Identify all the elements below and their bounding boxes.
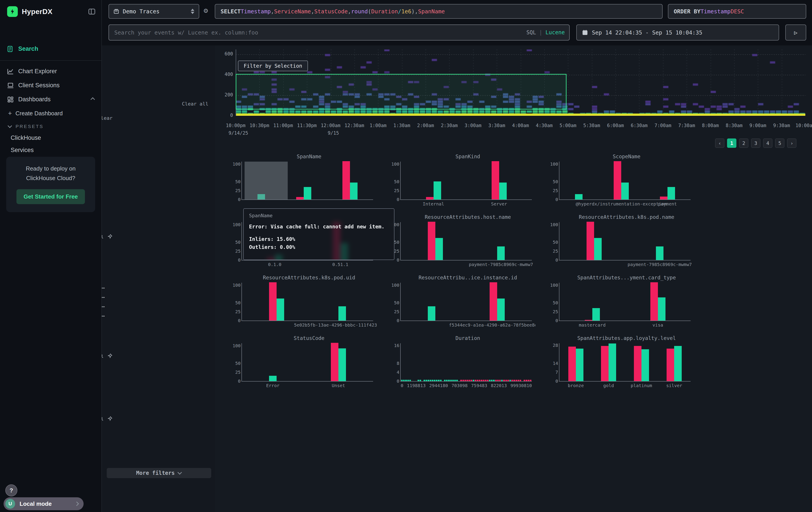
sidebar-collapse-icon[interactable] — [88, 9, 95, 15]
search-input[interactable] — [109, 29, 569, 36]
heatmap-x-tick: 3:00am — [465, 123, 482, 128]
sidebar-item-chart-explorer[interactable]: Chart Explorer — [0, 64, 102, 78]
chart-y-tick: 50 — [235, 179, 240, 184]
chevron-down-icon — [7, 124, 12, 128]
chart-x-tick: 1198813 — [407, 383, 426, 388]
filters-panel — [102, 46, 215, 512]
chevron-up-icon — [90, 97, 95, 102]
pin-icon[interactable] — [108, 353, 113, 359]
sidebar-item-clickhouse[interactable]: ClickHouse — [0, 132, 102, 144]
create-dashboard-button[interactable]: + Create Dashboard — [0, 106, 102, 120]
pagination-page-2[interactable]: 2 — [739, 138, 748, 148]
pagination-page-4[interactable]: 4 — [763, 138, 773, 148]
pagination-page-5[interactable]: 5 — [775, 138, 784, 148]
chart-y-tick: 0 — [555, 318, 558, 323]
inlier-bar — [304, 187, 311, 199]
source-select[interactable]: Demo Traces — [109, 4, 199, 19]
heatmap-x-tick: 1:30am — [393, 123, 410, 128]
heatmap-x-tick: 10:00pm — [226, 123, 246, 128]
sql-token: Duration — [371, 8, 398, 15]
inlier-bar — [667, 187, 675, 199]
source-select-value: Demo Traces — [123, 8, 160, 15]
mini-chart-resourceattributes-host-name: ResourceAttributes.host.name10050250paym… — [389, 214, 535, 273]
heatmap-x-tick: 12:00am — [321, 123, 341, 128]
clear-all-button[interactable]: Clear all — [182, 101, 208, 107]
chart-y-tick: 7 — [555, 370, 558, 375]
bar-group-label: 0.51.1 — [332, 262, 348, 267]
lang-sql-toggle[interactable]: SQL — [526, 29, 536, 36]
heatmap-x-tick: 8:30am — [726, 123, 743, 128]
help-button[interactable]: ? — [5, 484, 17, 496]
local-mode-menu[interactable]: U Local mode — [4, 497, 84, 510]
date-range-picker[interactable]: Sep 14 22:04:35 - Sep 15 10:04:35 — [576, 25, 779, 41]
chart-y-tick: 100 — [233, 343, 240, 348]
heatmap-x-tick: 7:30am — [678, 123, 695, 128]
bar-group: gold — [601, 344, 616, 381]
more-filters-button[interactable]: More filters — [107, 468, 211, 478]
inlier-bar — [609, 344, 616, 381]
heatmap-y-tick: 400 — [217, 72, 233, 77]
sql-select-input[interactable]: SELECT Timestamp, ServiceName, StatusCod… — [215, 4, 663, 19]
chart-y-tick: 100 — [233, 222, 240, 227]
run-query-button[interactable]: ▷ — [785, 25, 806, 41]
heatmap-selection-region[interactable] — [236, 74, 567, 110]
pagination-page-1[interactable]: 1 — [727, 138, 736, 148]
chart-y-tick: 100 — [550, 222, 558, 227]
sidebar-item-dashboards[interactable]: Dashboards — [0, 92, 102, 106]
chart-y-tick: 100 — [550, 282, 558, 288]
chart-y-tick: 25 — [394, 188, 399, 193]
heatmap-x-tick: 2:00am — [417, 123, 434, 128]
chart-y-tick: 50 — [553, 240, 558, 245]
chart-plot-area: 281470bronzegoldplatinumsilver — [559, 343, 691, 381]
sidebar: HyperDX Search Chart Explorer Client Ses… — [0, 0, 102, 512]
mini-chart-duration: Duration16840011988132944180703098759483… — [389, 335, 535, 394]
sql-token: SpanName — [418, 8, 445, 15]
chart-y-tick: 100 — [391, 282, 399, 288]
sql-orderby-input[interactable]: ORDER BY Timestamp DESC — [668, 4, 806, 19]
gear-icon[interactable]: ⚙ — [204, 6, 208, 15]
bar-group-label: @hyperdx/instrumentation-exception — [576, 201, 667, 207]
pagination-next-button[interactable]: › — [787, 138, 796, 148]
chart-y-tick: 25 — [553, 309, 558, 314]
filter-by-selection-button[interactable]: Filter by Selection — [238, 60, 308, 71]
chart-y-tick: 0 — [397, 257, 399, 263]
bar-group — [575, 194, 583, 199]
presets-toggle[interactable]: PRESETS — [0, 120, 102, 132]
pagination-prev-button[interactable]: ‹ — [715, 138, 724, 148]
sql-token: 1e6 — [401, 8, 411, 15]
bar-group-label: payment-7985c8969c-mwmw7 — [469, 262, 533, 267]
outlier-bar — [428, 222, 435, 260]
pin-icon[interactable] — [108, 234, 113, 240]
sidebar-item-client-sessions[interactable]: Client Sessions — [0, 78, 102, 92]
bar-group: @hyperdx/instrumentation-exception — [614, 161, 629, 199]
bar-group — [342, 161, 357, 199]
inlier-bar — [641, 349, 649, 381]
heatmap-x-tick: 5:30am — [583, 123, 600, 128]
chart-title: ResourceAttribu..ice.instance.id — [400, 275, 535, 282]
heatmap-x-tick: 12:30am — [344, 123, 364, 128]
heatmap-x-tick: 8:00am — [702, 123, 719, 128]
lang-lucene-toggle[interactable]: Lucene — [545, 29, 565, 36]
chart-y-tick: 0 — [397, 197, 399, 202]
pin-icon[interactable] — [108, 416, 113, 422]
bar-group: payment-7985c8969c-mwmw7 — [497, 246, 505, 260]
chart-y-tick: 25 — [235, 309, 240, 314]
chart-y-tick: 0 — [238, 197, 240, 202]
sidebar-item-services[interactable]: Services — [0, 144, 102, 156]
sidebar-item-search[interactable]: Search — [0, 42, 102, 56]
chart-y-tick: 0 — [397, 318, 399, 323]
sql-token: , — [415, 8, 418, 15]
pagination-page-3[interactable]: 3 — [751, 138, 760, 148]
heatmap-y-tick: 600 — [217, 51, 233, 57]
get-started-button[interactable]: Get Started for Free — [17, 189, 85, 204]
outlier-bar — [342, 161, 350, 199]
sql-token: StatusCode — [314, 8, 348, 15]
chart-y-tick: 50 — [235, 240, 240, 245]
heatmap-x-tick: 2:30am — [441, 123, 458, 128]
chart-x-tick: 822013 — [491, 383, 507, 388]
chart-y-tick: 25 — [553, 248, 558, 254]
more-filters-label: More filters — [136, 470, 175, 476]
heatmap-x-tick: 10:30pm — [250, 123, 269, 128]
chart-bar-groups: payment-7985c8969c-mwmw7 — [401, 222, 532, 260]
bar-group-label: gold — [603, 383, 614, 388]
